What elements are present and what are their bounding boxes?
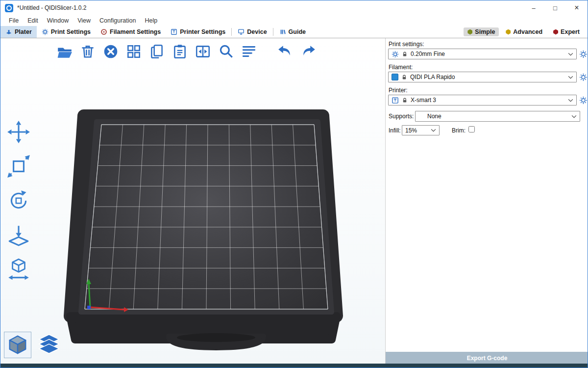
copy-button[interactable]	[147, 42, 166, 61]
infill-combo[interactable]: 15%	[402, 125, 440, 135]
scale-icon	[6, 154, 31, 179]
mode-simple[interactable]: Simple	[464, 27, 499, 36]
menu-view[interactable]: View	[73, 17, 95, 24]
infill-label: Infill:	[389, 127, 401, 134]
measure-gizmo-button[interactable]	[4, 255, 33, 284]
menu-edit[interactable]: Edit	[23, 17, 43, 24]
filament-color-swatch	[392, 74, 398, 80]
advanced-mode-dot-icon	[506, 29, 511, 35]
menu-file[interactable]: File	[4, 17, 23, 24]
print-settings-label: Print settings:	[389, 41, 424, 48]
redo-button[interactable]	[299, 42, 318, 61]
undo-button[interactable]	[276, 42, 294, 61]
brim-label: Brim:	[452, 127, 466, 134]
tab-filament-settings-label: Filament Settings	[110, 28, 161, 35]
print-bed	[0, 38, 385, 365]
filament-value: QIDI PLA Rapido	[410, 74, 565, 80]
brim-checkbox[interactable]	[468, 126, 475, 132]
menu-configuration[interactable]: Configuration	[95, 17, 140, 24]
tab-print-settings-label: Print Settings	[51, 28, 91, 35]
printer-gear-button[interactable]	[579, 96, 588, 105]
tab-print-settings[interactable]: Print Settings	[37, 26, 96, 38]
guide-book-icon	[279, 28, 286, 35]
tab-separator	[231, 28, 232, 36]
print-settings-value: 0.20mm Fine	[411, 51, 565, 57]
chevron-down-icon	[568, 99, 573, 102]
menu-help[interactable]: Help	[140, 17, 162, 24]
arrange-button[interactable]	[124, 42, 143, 61]
titlebar: *Untitled - QIDISlicer-1.0.2 – □ ×	[0, 0, 588, 15]
tab-plater[interactable]: Plater	[0, 26, 37, 38]
export-gcode-button[interactable]: Export G-code	[386, 352, 588, 365]
delete-all-button[interactable]	[101, 42, 120, 61]
supports-value: None	[418, 113, 568, 120]
print-settings-combo[interactable]: 0.20mm Fine	[388, 49, 577, 59]
rotate-gizmo-button[interactable]	[4, 186, 33, 215]
measure-icon	[6, 257, 31, 282]
gear-icon	[579, 50, 588, 58]
print-settings-gear-button[interactable]	[579, 50, 588, 58]
copy-icon	[148, 43, 165, 60]
search-button[interactable]	[217, 42, 235, 61]
mode-expert[interactable]: Expert	[549, 27, 584, 36]
redo-icon	[300, 43, 317, 60]
printer-combo[interactable]: X-smart 3	[388, 95, 577, 105]
menu-window[interactable]: Window	[43, 17, 73, 24]
tab-device-label: Device	[247, 28, 267, 35]
paste-button[interactable]	[171, 42, 189, 61]
mode-switcher: Simple Advanced Expert	[464, 26, 588, 38]
tabbar: Plater Print Settings Filament Settings	[0, 26, 588, 38]
tab-printer-settings[interactable]: Printer Settings	[166, 26, 230, 38]
gear-icon	[42, 28, 49, 35]
bottom-status-strip	[0, 364, 588, 368]
device-monitor-icon	[238, 28, 245, 35]
maximize-button[interactable]: □	[544, 0, 566, 15]
chevron-down-icon	[571, 115, 577, 118]
window-controls: – □ ×	[523, 0, 588, 15]
filament-gear-button[interactable]	[579, 73, 588, 81]
tab-separator	[273, 28, 273, 36]
printer-label: Printer:	[389, 87, 408, 94]
minimize-button[interactable]: –	[523, 0, 544, 15]
layers-preview-icon	[38, 334, 60, 356]
bed-handle-groove	[177, 333, 255, 342]
app-logo-icon	[5, 4, 13, 12]
expert-mode-dot-icon	[553, 29, 558, 35]
supports-combo[interactable]: None	[415, 111, 580, 122]
open-folder-icon	[56, 43, 73, 60]
sidebar: Print settings: 0.20mm Fine	[385, 38, 588, 365]
tab-guide[interactable]: Guide	[274, 26, 311, 38]
tab-plater-label: Plater	[15, 28, 32, 35]
menubar: File Edit Window View Configuration Help	[0, 15, 588, 26]
mode-simple-label: Simple	[475, 28, 495, 35]
mode-expert-label: Expert	[561, 28, 580, 35]
filament-combo[interactable]: QIDI PLA Rapido	[388, 72, 577, 82]
close-button[interactable]: ×	[566, 0, 588, 15]
lock-icon	[402, 97, 408, 104]
viewport-3d[interactable]	[0, 38, 385, 365]
tab-device[interactable]: Device	[233, 26, 271, 38]
rotate-icon	[6, 188, 31, 213]
place-on-face-gizmo-button[interactable]	[4, 221, 33, 249]
view-3d-button[interactable]	[4, 332, 31, 358]
tab-filament-settings[interactable]: Filament Settings	[96, 26, 166, 38]
search-icon	[218, 43, 234, 60]
variable-layer-height-button[interactable]	[240, 42, 258, 61]
scale-gizmo-button[interactable]	[4, 152, 33, 181]
fill-bed-button[interactable]	[194, 42, 212, 61]
open-button[interactable]	[55, 42, 74, 61]
variable-layer-height-icon	[241, 43, 257, 60]
undo-icon	[277, 43, 294, 60]
filament-label: Filament:	[389, 64, 413, 71]
gizmo-toolbar	[4, 118, 33, 284]
delete-button[interactable]	[78, 42, 97, 61]
plater-icon	[5, 28, 12, 35]
infill-value: 15%	[405, 127, 428, 134]
tab-guide-label: Guide	[289, 28, 306, 35]
chevron-down-icon	[568, 76, 573, 79]
trash-icon	[79, 43, 96, 60]
simple-mode-dot-icon	[467, 29, 472, 35]
layers-preview-button[interactable]	[36, 332, 62, 358]
mode-advanced[interactable]: Advanced	[502, 27, 546, 36]
move-gizmo-button[interactable]	[4, 118, 33, 146]
